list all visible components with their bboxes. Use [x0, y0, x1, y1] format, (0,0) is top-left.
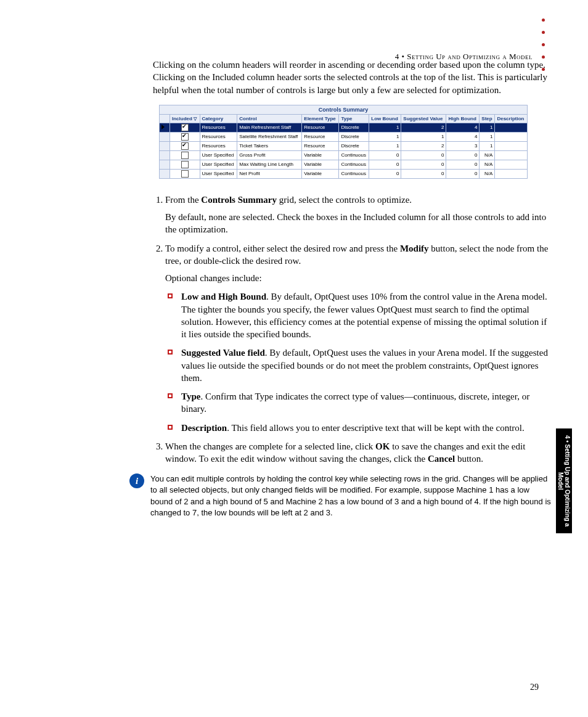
cell-high-bound: 0	[446, 150, 480, 160]
cell-low-bound: 1	[369, 141, 401, 150]
cell-control: Ticket Takers	[237, 141, 302, 150]
step-3: When the changes are complete for a sele…	[165, 440, 551, 465]
table-row[interactable]: User SpecifiedGross ProfitVariableContin…	[160, 150, 528, 160]
included-checkbox[interactable]	[181, 133, 189, 141]
cell-description	[495, 169, 528, 178]
col-low[interactable]: Low Bound	[369, 114, 401, 123]
info-icon: i	[129, 473, 144, 488]
cell-suggested: 0	[401, 169, 446, 178]
step-2-optional-lead: Optional changes include:	[165, 272, 551, 284]
cell-category: User Specified	[200, 169, 237, 178]
cell-element-type: Resource	[302, 123, 339, 132]
cell-control: Main Refreshment Staff	[237, 123, 302, 132]
cell-control: Gross Profit	[237, 150, 302, 160]
cell-type: Continuous	[339, 169, 369, 178]
cell-control: Max Waiting Line Length	[237, 160, 302, 169]
col-included[interactable]: Included ▽	[170, 114, 200, 123]
cell-control: Satellite Refreshment Staff	[237, 132, 302, 141]
col-control[interactable]: Control	[237, 114, 302, 123]
cell-low-bound: 0	[369, 169, 401, 178]
cell-element-type: Variable	[302, 169, 339, 178]
steps-list: From the Controls Summary grid, select t…	[153, 194, 551, 465]
step-1-detail: By default, none are selected. Check the…	[165, 211, 551, 236]
cell-step: N/A	[480, 160, 495, 169]
cell-category: Resources	[200, 132, 237, 141]
table-row[interactable]: ResourcesSatellite Refreshment StaffReso…	[160, 132, 528, 141]
included-checkbox[interactable]	[181, 142, 189, 150]
cell-suggested: 2	[401, 123, 446, 132]
intro-paragraph: Clicking on the column headers will reor…	[153, 59, 551, 96]
cell-element-type: Variable	[302, 150, 339, 160]
cell-type: Continuous	[339, 160, 369, 169]
included-checkbox[interactable]	[181, 124, 189, 131]
cell-high-bound: 0	[446, 169, 480, 178]
table-title: Controls Summary	[160, 105, 528, 114]
cell-control: Net Profit	[237, 169, 302, 178]
cell-description	[495, 150, 528, 160]
cell-high-bound: 0	[446, 160, 480, 169]
cell-description	[495, 123, 528, 132]
included-checkbox[interactable]	[181, 152, 189, 159]
info-note-text: You can edit multiple controls by holdin…	[150, 473, 551, 518]
cell-step: 1	[480, 132, 495, 141]
row-header-col[interactable]	[160, 114, 170, 123]
cell-suggested: 0	[401, 150, 446, 160]
cell-high-bound: 4	[446, 132, 480, 141]
included-checkbox[interactable]	[181, 170, 189, 178]
table-row[interactable]: User SpecifiedNet ProfitVariableContinuo…	[160, 169, 528, 178]
row-pointer-icon	[161, 125, 165, 129]
cell-category: Resources	[200, 123, 237, 132]
bullet-low-high-bound: Low and High Bound. By default, OptQuest…	[181, 290, 551, 340]
step-1: From the Controls Summary grid, select t…	[165, 194, 551, 236]
cell-step: 1	[480, 141, 495, 150]
cell-description	[495, 160, 528, 169]
cell-suggested: 1	[401, 132, 446, 141]
col-category[interactable]: Category	[200, 114, 237, 123]
cell-category: User Specified	[200, 150, 237, 160]
table-row[interactable]: ResourcesTicket TakersResourceDiscrete12…	[160, 141, 528, 150]
cell-high-bound: 3	[446, 141, 480, 150]
cell-type: Continuous	[339, 150, 369, 160]
cell-category: User Specified	[200, 160, 237, 169]
cell-element-type: Variable	[302, 160, 339, 169]
cell-step: N/A	[480, 150, 495, 160]
decorative-dots	[542, 18, 545, 71]
bullet-suggested-value: Suggested Value field. By default, OptQu…	[181, 346, 551, 384]
cell-description	[495, 132, 528, 141]
cell-type: Discrete	[339, 141, 369, 150]
cell-category: Resources	[200, 141, 237, 150]
cell-suggested: 2	[401, 141, 446, 150]
cell-type: Discrete	[339, 132, 369, 141]
table-row[interactable]: ResourcesMain Refreshment StaffResourceD…	[160, 123, 528, 132]
bullet-type: Type. Confirm that Type indicates the co…	[181, 390, 551, 416]
running-header: 4 • Setting Up and Optimizing a Model	[395, 52, 533, 62]
step-2: To modify a control, either select the d…	[165, 242, 551, 434]
cell-suggested: 0	[401, 160, 446, 169]
optional-changes-list: Low and High Bound. By default, OptQuest…	[165, 290, 551, 434]
cell-description	[495, 141, 528, 150]
cell-low-bound: 0	[369, 150, 401, 160]
cell-step: 1	[480, 123, 495, 132]
cell-type: Discrete	[339, 123, 369, 132]
col-element[interactable]: Element Type	[302, 114, 339, 123]
cell-low-bound: 1	[369, 123, 401, 132]
side-chapter-tab: 4 • Setting Up and Optimizing a Model	[556, 428, 572, 533]
col-desc[interactable]: Description	[495, 114, 528, 123]
table-row[interactable]: User SpecifiedMax Waiting Line LengthVar…	[160, 160, 528, 169]
included-checkbox[interactable]	[181, 161, 189, 168]
info-note: i You can edit multiple controls by hold…	[129, 473, 551, 518]
cell-low-bound: 1	[369, 132, 401, 141]
cell-step: N/A	[480, 169, 495, 178]
col-suggested[interactable]: Suggested Value	[401, 114, 446, 123]
bullet-description: Description. This field allows you to en…	[181, 422, 551, 434]
cell-low-bound: 0	[369, 160, 401, 169]
cell-element-type: Resource	[302, 141, 339, 150]
col-step[interactable]: Step	[480, 114, 495, 123]
col-type[interactable]: Type	[339, 114, 369, 123]
page-number: 29	[530, 682, 539, 692]
cell-high-bound: 4	[446, 123, 480, 132]
cell-element-type: Resource	[302, 132, 339, 141]
controls-summary-table: Controls Summary Included ▽ Category Con…	[159, 105, 551, 179]
col-high[interactable]: High Bound	[446, 114, 480, 123]
